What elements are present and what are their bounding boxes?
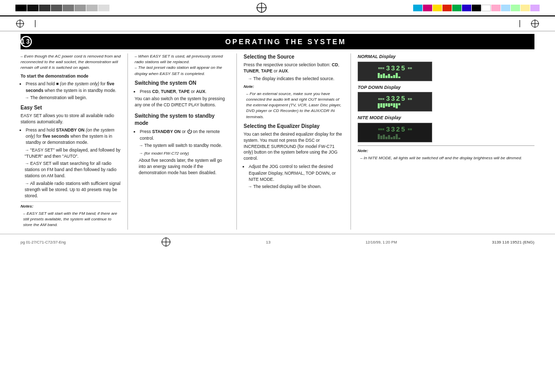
standby-item: Press STANDBY ON or ⏻ on the remote cont… (140, 128, 230, 141)
col2-note-2: The last preset radio station will appea… (135, 65, 230, 76)
source-arrow: → The display indicates the selected sou… (248, 76, 344, 82)
source-text: Press the respective source selection bu… (244, 62, 344, 74)
normal-display-heading: NORMAL Display (358, 53, 534, 60)
nite-mode-note: Note: In NITE MODE, all lights will be s… (358, 145, 534, 161)
standby-heading: Switching the system to standby mode (135, 113, 230, 127)
demo-instruction: Press and hold ■ (on the system only) fo… (26, 81, 121, 94)
easy-set-heading: Easy Set (21, 104, 121, 111)
demo-result: → The demonstration will begin. (25, 95, 121, 101)
demo-mode-heading: To start the demonstration mode (21, 73, 121, 80)
standby-arrow-1: → The system will switch to standby mode… (139, 143, 230, 149)
eq-arrow: → The selected display will be shown. (248, 184, 344, 190)
footer-left: pg 01-27/C71-C72/37-Eng (21, 240, 66, 245)
center-crosshair (256, 2, 267, 13)
switch-on-item: Press CD, TUNER, TAPE or AUX. (140, 88, 230, 95)
eq-item-1: Adjust the JOG control to select the des… (249, 163, 344, 182)
source-heading: Selecting the Source (244, 53, 344, 61)
normal-display: ■■■ 3325 ■■ (358, 62, 432, 81)
switch-on-text: You can also switch on the system by pre… (135, 96, 230, 108)
nite-mode-heading: NITE MODE Display (358, 115, 534, 121)
left-color-swatches (15, 5, 109, 11)
right-color-swatches (413, 5, 540, 11)
nite-mode-display: ■■■ 3325 ■■ (358, 123, 432, 142)
page-title: OPERATING THE SYSTEM (37, 38, 534, 46)
column-2: When EASY SET is used, all previously st… (135, 53, 230, 230)
source-note-1: For an external source, make sure you ha… (246, 91, 344, 120)
easy-set-instruction: Press and hold STANDBY ON (on the system… (26, 127, 121, 146)
reg-left (15, 19, 35, 28)
column-3: Selecting the Source Press the respectiv… (244, 53, 344, 230)
source-note-label: Note: (244, 84, 344, 89)
top-down-heading: TOP DOWN Display (358, 84, 534, 91)
easy-set-arrow-3: → All available radio stations with suff… (25, 181, 121, 199)
eq-heading: Selecting the Equalizer Display (244, 123, 344, 130)
easy-set-intro: EASY SET allows you to store all availab… (21, 113, 121, 125)
title-bar: 13 OPERATING THE SYSTEM (21, 34, 534, 49)
footer-center-page: 13 (266, 240, 271, 245)
easy-set-arrow-1: → "EASY SET" will be displayed, and foll… (25, 147, 121, 160)
eq-intro: You can select the desired equalizer dis… (244, 132, 344, 162)
easy-set-notes: Notes: EASY SET will start with the FM b… (21, 201, 121, 228)
top-down-display: ■■■ 3325 ■■ (358, 92, 432, 111)
standby-arrow-3: About five seconds later, the system wil… (139, 158, 230, 176)
page-number-badge: 13 (21, 36, 32, 47)
footer-far-right: 3139 116 19521 (ENG) (492, 240, 534, 245)
col2-note-1: When EASY SET is used, all previously st… (135, 53, 230, 65)
footer-center-crosshair (161, 237, 171, 248)
reg-right (520, 19, 540, 28)
column-1: Even though the AC power cord is removed… (21, 53, 121, 230)
easy-set-arrow-2: → EASY SET will start searching for all … (25, 161, 121, 179)
intro-note-1: Even though the AC power cord is removed… (21, 53, 121, 71)
standby-arrow-2: → (for model FW-C72 only) (139, 151, 230, 156)
footer-right-date: 12/16/99, 1:20 PM (365, 240, 397, 245)
switch-on-heading: Switching the system ON (135, 80, 230, 87)
column-4: NORMAL Display ■■■ 3325 ■■ (358, 53, 534, 230)
